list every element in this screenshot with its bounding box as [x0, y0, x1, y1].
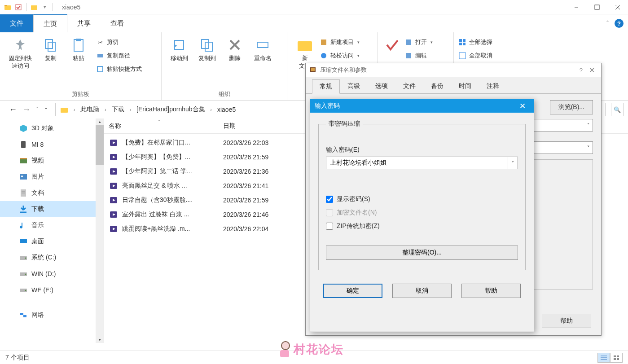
svg-rect-25 — [459, 43, 462, 45]
ok-button[interactable]: 确定 — [323, 284, 382, 298]
archive-tab-1[interactable]: 高级 — [340, 79, 368, 93]
select-all-button[interactable]: 全部选择 — [458, 37, 492, 48]
tab-home[interactable]: 主页 — [33, 14, 67, 32]
video-file-icon — [109, 210, 119, 219]
archive-tab-5[interactable]: 时间 — [451, 79, 479, 93]
watermark: 村花论坛 — [278, 341, 344, 357]
archive-help-button[interactable]: 帮助 — [542, 314, 591, 328]
archive-help-icon[interactable]: ? — [580, 67, 583, 74]
column-date[interactable]: 日期 — [223, 122, 236, 130]
show-password-checkbox[interactable]: 显示密码(S) — [326, 193, 518, 206]
delete-button[interactable]: 删除 — [222, 35, 248, 62]
password-input[interactable] — [326, 157, 508, 169]
view-icons-button[interactable] — [610, 353, 623, 363]
tree-item-download[interactable]: 下载 — [0, 201, 104, 217]
svg-point-40 — [25, 258, 26, 259]
password-dropdown-icon[interactable]: ˅ — [508, 157, 518, 169]
paste-icon — [70, 37, 87, 53]
browse-button[interactable]: 浏览(B)... — [550, 100, 593, 114]
tab-file[interactable]: 文件 — [0, 14, 33, 32]
password-close-button[interactable]: ✕ — [516, 101, 529, 111]
search-button[interactable]: 🔍 — [611, 103, 624, 116]
select-none-button[interactable]: 全部取消 — [458, 50, 492, 61]
help-icon[interactable]: ? — [615, 19, 624, 28]
svg-rect-58 — [617, 355, 619, 357]
folder-icon — [29, 2, 39, 12]
archive-tab-0[interactable]: 常规 — [312, 79, 340, 94]
svg-rect-23 — [459, 39, 462, 42]
qat-check-icon[interactable] — [13, 2, 23, 12]
copy-button[interactable]: 复制 — [38, 35, 64, 62]
zip-legacy-checkbox[interactable]: ZIP传统加密(Z) — [326, 219, 518, 233]
edit-small[interactable]: 编辑 — [404, 50, 433, 61]
maximize-button[interactable] — [587, 0, 607, 14]
paste-shortcut-button[interactable]: 粘贴快捷方式 — [96, 64, 142, 75]
tree-item-drive[interactable]: WIN (D:) — [0, 266, 104, 282]
pic-icon — [19, 172, 28, 181]
view-details-button[interactable] — [597, 353, 610, 363]
open-button[interactable]: 打开▾ — [404, 37, 433, 48]
crumb-current[interactable]: xiaoe5 — [215, 106, 238, 113]
archive-close-icon[interactable]: ✕ — [586, 66, 597, 75]
organize-passwords-button[interactable]: 整理密码(O)... — [326, 246, 518, 260]
tree-item-video[interactable]: 视频 — [0, 153, 104, 169]
archive-tab-3[interactable]: 文件 — [395, 79, 423, 93]
tree-item-music[interactable]: 音乐 — [0, 217, 104, 233]
easy-access-button[interactable]: 轻松访问▾ — [320, 50, 360, 61]
svg-rect-2 — [16, 4, 21, 10]
tab-view[interactable]: 查看 — [101, 14, 134, 32]
winrar-icon — [309, 66, 316, 75]
copy-to-button[interactable]: 复制到 — [194, 35, 220, 62]
svg-rect-18 — [298, 41, 312, 51]
properties-button[interactable] — [382, 35, 403, 53]
rename-button[interactable]: 重命名 — [250, 35, 276, 62]
drive-icon — [19, 253, 28, 262]
forward-button[interactable]: → — [22, 105, 31, 114]
sidebar-scrollbar[interactable]: ▴▾ — [96, 118, 104, 343]
svg-point-42 — [25, 274, 26, 275]
paste-button[interactable]: 粘贴 — [66, 35, 92, 62]
cut-button[interactable]: ✂剪切 — [96, 37, 142, 48]
explorer-icon — [3, 2, 13, 12]
up-button[interactable]: ↑ — [44, 105, 48, 114]
svg-rect-5 — [595, 5, 599, 9]
tab-share[interactable]: 共享 — [67, 14, 101, 32]
new-folder-icon — [297, 37, 313, 53]
move-to-button[interactable]: 移动到 — [166, 35, 192, 62]
column-name[interactable]: 名称˄ — [109, 122, 223, 130]
tree-item-doc[interactable]: 文档 — [0, 185, 104, 201]
crumb-folder[interactable]: [EricaHand]pornhub合集 — [134, 105, 208, 114]
back-button[interactable]: ← — [9, 105, 17, 114]
shortcut-icon — [96, 65, 104, 73]
svg-rect-31 — [20, 158, 27, 159]
svg-point-44 — [25, 290, 26, 291]
close-button[interactable] — [607, 0, 628, 14]
help-button[interactable]: 帮助 — [461, 284, 521, 298]
tree-item-drive[interactable]: WE (E:) — [0, 282, 104, 298]
archive-tab-4[interactable]: 备份 — [423, 79, 451, 93]
archive-tab-2[interactable]: 选项 — [368, 79, 395, 93]
copy-path-button[interactable]: 复制路径 — [96, 50, 142, 61]
tree-item-pic[interactable]: 图片 — [0, 169, 104, 185]
tree-item-phone[interactable]: MI 8 — [0, 136, 104, 153]
archive-tab-6[interactable]: 注释 — [479, 79, 507, 93]
tree-item-desktop[interactable]: 桌面 — [0, 233, 104, 250]
svg-rect-27 — [459, 53, 466, 59]
new-item-button[interactable]: 新建项目▾ — [320, 37, 360, 48]
crumb-pc[interactable]: 此电脑 — [78, 105, 102, 114]
minimize-button[interactable] — [566, 0, 587, 14]
crumb-downloads[interactable]: 下载 — [109, 105, 127, 114]
tree-item-cube[interactable]: 3D 对象 — [0, 120, 104, 136]
video-file-icon — [109, 138, 119, 148]
cancel-button[interactable]: 取消 — [392, 284, 452, 298]
history-dropdown[interactable]: ˅ — [36, 106, 39, 113]
tree-item-net[interactable]: 网络 — [0, 307, 104, 323]
qat-dropdown-icon[interactable]: ▾ — [40, 2, 50, 12]
download-icon — [19, 205, 28, 214]
pin-to-quick-access-button[interactable]: 固定到快 速访问 — [4, 35, 36, 70]
archive-title: 压缩文件名和参数 — [320, 66, 367, 74]
ribbon-collapse-icon[interactable]: ˄ — [606, 20, 609, 27]
svg-rect-22 — [406, 53, 411, 58]
tree-item-drive[interactable]: 系统 (C:) — [0, 250, 104, 266]
delete-icon — [227, 37, 243, 53]
